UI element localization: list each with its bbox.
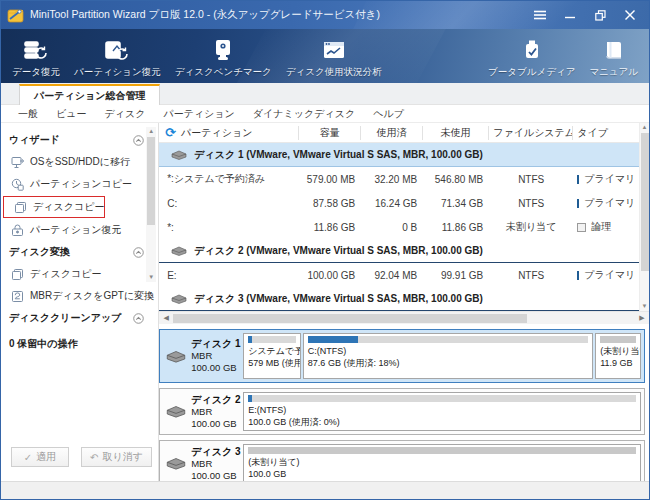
collapse-chevron-icon[interactable] (133, 247, 144, 258)
partition-used: 92.04 MB (361, 270, 423, 281)
partition-recovery-icon (104, 38, 130, 64)
toolbar-manual[interactable]: マニュアル (582, 29, 645, 83)
sidebar-item-disk-copy[interactable]: ディスクコピー (3, 196, 105, 218)
toolbar: データ復元 パーティション復元 ディスクベンチマーク ディスク使用状況分析 (1, 29, 649, 83)
partition-block-unallocated[interactable]: (未割り当て) 100.0 GB (243, 444, 641, 483)
disk-size: 100.00 GB (191, 362, 240, 374)
sidebar-item-migrate-os[interactable]: OSをSSD/HDDに移行 (1, 151, 158, 173)
scrollbar-thumb[interactable] (641, 133, 649, 271)
column-unused: 未使用 (423, 126, 489, 140)
block-size: 87.6 GB (使用済: 18%) (308, 358, 588, 370)
column-capacity: 容量 (299, 126, 361, 140)
menu-partition[interactable]: パーティション (154, 107, 243, 121)
collapse-chevron-icon[interactable] (133, 135, 144, 146)
menu-view[interactable]: ビュー (47, 107, 95, 121)
toolbar-disk-benchmark[interactable]: ディスクベンチマーク (168, 29, 279, 83)
table-row[interactable]: *:システムで予約済み 579.00 MB 32.20 MB 546.80 MB… (159, 167, 639, 191)
scroll-down-icon[interactable]: ▼ (642, 302, 648, 311)
table-row[interactable]: *: 11.86 GB 0 B 11.86 GB 未割り当て 論理 (159, 215, 639, 239)
disk-name: ディスク 3 (191, 446, 240, 458)
scrollbar-thumb[interactable] (147, 137, 155, 225)
toolbar-bootable-media[interactable]: ブータブルメディア (481, 29, 582, 83)
partition-type: プライマリ (584, 172, 635, 186)
tab-bar: パーティション総合管理 (1, 83, 649, 105)
diskmap-disk2[interactable]: ディスク 2 MBR 100.00 GB E:(NTFS) 100.0 GB (… (159, 388, 645, 435)
sidebar-item-disk-copy-2[interactable]: ディスクコピー (1, 263, 158, 285)
collapse-chevron-icon[interactable] (133, 313, 144, 324)
sidebar-section-disk-cleanup[interactable]: ディスククリーンアップ (1, 307, 158, 329)
menu-help[interactable]: ヘルプ (364, 107, 413, 121)
scroll-up-icon[interactable]: ▲ (642, 123, 648, 132)
partition-type: 論理 (591, 220, 611, 234)
scrollbar-thumb[interactable] (173, 314, 527, 323)
partition-block-c[interactable]: C:(NTFS) 87.6 GB (使用済: 18%) (303, 333, 593, 379)
menu-dynamic-disk[interactable]: ダイナミックディスク (244, 107, 364, 121)
sidebar-item-label: MBRディスクをGPTに変換 (30, 289, 154, 303)
table-row[interactable]: E: 100.00 GB 92.04 MB 99.91 GB NTFS プライマ… (159, 263, 639, 287)
undo-button[interactable]: ↶ 取り消す (81, 447, 152, 467)
window-title: MiniTool Partition Wizard プロ版 12.0 - (永久… (30, 8, 527, 22)
scroll-up-icon[interactable]: ▲ (148, 127, 154, 136)
partition-unused: 99.91 GB (423, 270, 489, 281)
scroll-right-icon[interactable]: ▶ (637, 314, 647, 322)
table-horizontal-scrollbar[interactable]: ◀ ▶ (159, 311, 649, 324)
partition-block-system-reserved[interactable]: システムで予約 579 MB (使用 (243, 333, 301, 379)
partition-block-e[interactable]: E:(NTFS) 100.0 GB (使用済: 0%) (243, 392, 641, 431)
disk-scheme: MBR (191, 406, 240, 418)
diskmap-disk3[interactable]: ディスク 3 MBR 100.00 GB (未割り当て) 100.0 GB (159, 440, 645, 487)
minimize-button[interactable] (557, 5, 583, 25)
primary-type-icon (577, 175, 579, 184)
toolbar-disk-usage-analysis[interactable]: ディスク使用状況分析 (279, 29, 389, 83)
menu-bar: 一般 ビュー ディスク パーティション ダイナミックディスク ヘルプ (1, 105, 649, 123)
partition-unused: 546.80 MB (423, 174, 489, 185)
sidebar-section-disk-conversion[interactable]: ディスク変換 (1, 241, 158, 263)
column-used: 使用済 (361, 126, 423, 140)
disk3-header-row[interactable]: ディスク 3 (VMware, VMware Virtual S SAS, MB… (159, 287, 639, 311)
sidebar-scrollbar[interactable]: ▲ ▼ (146, 127, 156, 282)
apply-button[interactable]: ✓ 適用 (11, 447, 69, 467)
toolbar-partition-recovery[interactable]: パーティション復元 (67, 29, 168, 83)
app-logo-icon (7, 7, 24, 24)
block-label: E:(NTFS) (248, 405, 636, 417)
partition-capacity: 87.58 GB (299, 198, 361, 209)
menu-general[interactable]: 一般 (9, 107, 47, 121)
block-size: 11.9 GB (600, 358, 636, 370)
block-size: 100.0 GB (248, 469, 636, 481)
table-vertical-scrollbar[interactable]: ▲ ▼ (639, 123, 649, 311)
sidebar-item-label: ディスクコピー (30, 267, 101, 281)
sidebar-item-partition-copy[interactable]: パーティションコピー (1, 173, 158, 195)
disk2-header-row[interactable]: ディスク 2 (VMware, VMware Virtual S SAS, MB… (159, 239, 639, 263)
partition-filesystem: NTFS (489, 174, 573, 185)
disk1-header-row[interactable]: ディスク 1 (VMware, VMware Virtual S SAS, MB… (159, 143, 639, 167)
disk-name: ディスク 2 (191, 394, 240, 406)
toolbar-label: ブータブルメディア (488, 66, 575, 79)
action-buttons: ✓ 適用 ↶ 取り消す (1, 437, 158, 481)
sidebar-section-wizard[interactable]: ウィザード (1, 129, 158, 151)
scroll-left-icon[interactable]: ◀ (161, 314, 171, 322)
toolbar-label: ディスクベンチマーク (175, 66, 272, 79)
disk-copy-icon (11, 268, 24, 281)
diskmap-disk1[interactable]: ディスク 1 MBR 100.00 GB システムで予約 579 MB (使用 (159, 329, 645, 383)
partition-copy-icon (11, 178, 24, 191)
disk-icon (171, 150, 187, 160)
primary-type-icon (577, 271, 579, 280)
table-row[interactable]: C: 87.58 GB 16.24 GB 71.34 GB NTFS プライマリ (159, 191, 639, 215)
toolbar-label: パーティション復元 (74, 66, 161, 79)
partition-capacity: 579.00 MB (299, 174, 361, 185)
disk-size: 100.00 GB (191, 470, 240, 482)
sidebar-item-partition-recovery[interactable]: パーティション復元 (1, 219, 158, 241)
partition-block-unallocated[interactable]: (未割り当て) 11.9 GB (595, 333, 641, 379)
sidebar-item-mbr-to-gpt[interactable]: MBRディスクをGPTに変換 (1, 285, 158, 307)
partition-type: プライマリ (584, 196, 635, 210)
toolbar-data-recovery[interactable]: データ復元 (5, 29, 67, 83)
disk-usage-analysis-icon (322, 38, 346, 64)
close-button[interactable] (617, 5, 643, 25)
tab-partition-management[interactable]: パーティション総合管理 (19, 84, 160, 105)
partition-filesystem: NTFS (489, 270, 573, 281)
bootable-media-icon (522, 38, 542, 64)
restore-button[interactable] (587, 5, 613, 25)
menu-disk[interactable]: ディスク (95, 107, 154, 121)
refresh-icon[interactable]: ⟳ (165, 126, 176, 139)
scroll-down-icon[interactable]: ▼ (148, 273, 154, 282)
menu-hamburger-button[interactable] (527, 5, 553, 25)
